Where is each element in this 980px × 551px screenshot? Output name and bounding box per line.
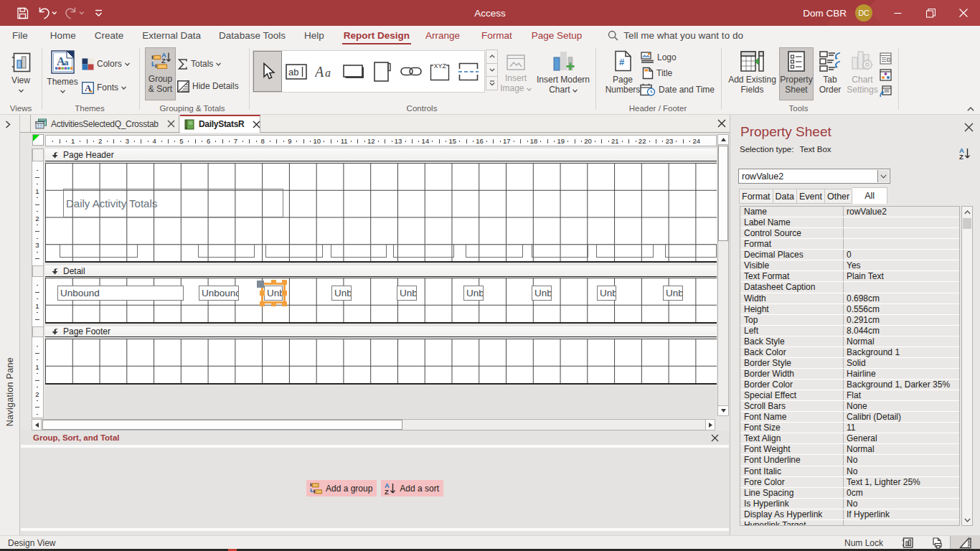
doc-tab-crosstab[interactable]: ActivitiesSelectedQ_Crosstab — [30, 115, 179, 133]
report-view-button[interactable] — [895, 536, 920, 550]
property-value[interactable]: Background 1 — [844, 347, 959, 357]
close-button[interactable] — [947, 0, 980, 26]
sync-settings-button[interactable] — [880, 84, 892, 98]
combo-dropdown-button[interactable] — [877, 170, 889, 182]
control-text-box[interactable]: ab — [282, 51, 311, 92]
sort-az-toggle-icon[interactable]: A Z — [958, 147, 971, 160]
property-value[interactable]: None — [844, 401, 959, 411]
column-heading-label[interactable] — [596, 244, 654, 258]
column-heading-label[interactable] — [393, 244, 454, 258]
property-value[interactable]: Normal — [844, 444, 959, 454]
section-bar-detail[interactable]: Detail — [45, 265, 717, 277]
title-button[interactable]: Title — [642, 66, 672, 80]
property-tab-all[interactable]: All — [852, 187, 887, 204]
section-bar-page-header[interactable]: Page Header — [45, 149, 717, 161]
close-tab-icon[interactable] — [253, 121, 260, 128]
resize-handle[interactable] — [260, 291, 265, 296]
property-value[interactable]: No — [844, 466, 959, 476]
unbound-textbox[interactable]: Unbound — [463, 286, 484, 301]
customize-qat-button[interactable] — [89, 0, 108, 26]
property-scroll-down[interactable] — [962, 514, 972, 525]
resize-handle[interactable] — [282, 291, 287, 296]
tab-create[interactable]: Create — [95, 26, 124, 44]
report-title-label[interactable]: Daily Activity Totals — [63, 189, 283, 217]
column-heading-label[interactable] — [331, 244, 387, 258]
navigation-pane-collapsed[interactable]: Navigation Pane — [0, 115, 20, 535]
manage-users-button[interactable] — [880, 67, 892, 82]
property-scrollbar[interactable] — [961, 206, 973, 526]
section-selector-footer[interactable] — [32, 326, 44, 337]
doc-tab-dailystatsr[interactable]: DailyStatsR — [180, 115, 260, 133]
unbound-textbox[interactable]: Unbound — [57, 286, 184, 301]
view-button[interactable]: View — [6, 47, 36, 100]
tab-file[interactable]: File — [12, 26, 28, 44]
property-value[interactable]: 0cm — [844, 488, 959, 498]
tab-external-data[interactable]: External Data — [142, 26, 201, 44]
column-heading-label[interactable] — [532, 244, 588, 258]
property-value[interactable]: General — [844, 433, 959, 443]
tab-database-tools[interactable]: Database Tools — [219, 26, 286, 44]
insert-modern-chart-button[interactable]: Insert ModernChart — [533, 47, 593, 100]
control-tab-control[interactable] — [368, 51, 397, 92]
property-value[interactable]: 0.556cm — [844, 304, 959, 314]
property-value[interactable]: Background 1, Darker 35% — [844, 380, 959, 390]
property-tab-other[interactable]: Other — [825, 189, 852, 204]
property-value[interactable]: Solid — [844, 358, 959, 368]
resize-handle[interactable] — [271, 301, 276, 306]
detail-grid[interactable]: UnboundUnboundUnboundUnboundUnboundUnbou… — [45, 278, 717, 324]
property-value[interactable] — [844, 239, 959, 249]
property-value[interactable] — [844, 228, 959, 238]
unbound-textbox[interactable]: Unbound — [397, 286, 417, 301]
gallery-scroll-up[interactable] — [486, 50, 498, 64]
close-object-button[interactable] — [717, 119, 726, 128]
resize-handle[interactable] — [260, 301, 265, 306]
property-value[interactable]: Normal — [844, 336, 959, 347]
restore-button[interactable] — [914, 0, 947, 26]
column-heading-label[interactable] — [265, 244, 323, 258]
scroll-down-button[interactable] — [718, 405, 728, 415]
column-heading-label[interactable] — [466, 244, 523, 258]
scroll-right-button[interactable] — [705, 420, 715, 430]
expand-nav-pane-icon[interactable] — [5, 121, 11, 128]
column-heading-label[interactable] — [665, 244, 717, 258]
property-value[interactable]: Yes — [844, 260, 959, 270]
property-value[interactable] — [844, 520, 959, 526]
chart-settings-button[interactable]: ChartSettings — [847, 47, 878, 100]
move-handle[interactable] — [257, 281, 264, 288]
page-header-grid[interactable]: Daily Activity Totals — [45, 163, 717, 263]
property-value[interactable]: 0.291cm — [844, 315, 959, 325]
unbound-textbox[interactable]: Unbound — [199, 286, 239, 301]
control-hyperlink[interactable] — [397, 51, 425, 92]
scroll-left-button[interactable] — [32, 420, 42, 430]
undo-button[interactable] — [34, 0, 62, 26]
property-tab-data[interactable]: Data — [773, 189, 797, 204]
control-button[interactable] — [339, 51, 368, 92]
fonts-button[interactable]: A Fonts — [82, 80, 126, 95]
design-view-button[interactable] — [950, 536, 980, 550]
column-heading-label[interactable] — [60, 244, 138, 258]
property-value[interactable] — [844, 282, 959, 292]
section-selector-header[interactable] — [32, 149, 44, 161]
unbound-textbox[interactable]: Unbound — [663, 286, 683, 301]
save-button[interactable] — [10, 0, 34, 26]
totals-button[interactable]: Totals — [178, 57, 221, 71]
unbound-textbox[interactable]: Unbound — [331, 286, 352, 301]
property-value[interactable]: 0 — [844, 250, 959, 260]
property-sheet-button[interactable]: PropertySheet — [779, 47, 814, 100]
report-selector[interactable] — [32, 134, 44, 146]
property-value[interactable]: If Hyperlink — [844, 509, 959, 519]
property-sheet-mini-button[interactable] — [880, 51, 892, 65]
column-heading-label[interactable] — [198, 244, 255, 258]
property-value[interactable]: Flat — [844, 390, 959, 400]
property-value[interactable]: 8.044cm — [844, 326, 959, 336]
themes-button[interactable]: A a Themes — [45, 47, 80, 100]
horizontal-ruler[interactable]: 123456789101112131415161718192021222324 — [45, 135, 717, 146]
collapse-ribbon-button[interactable] — [966, 105, 976, 113]
tab-format[interactable]: Format — [481, 26, 512, 44]
close-tab-icon[interactable] — [167, 120, 175, 128]
control-unbound-object[interactable]: XYZ — [425, 51, 454, 92]
section-selector-detail[interactable] — [32, 265, 44, 277]
property-value[interactable]: 11 — [844, 423, 959, 433]
insert-image-button[interactable]: InsertImage — [500, 47, 532, 100]
minimize-button[interactable] — [881, 0, 914, 26]
